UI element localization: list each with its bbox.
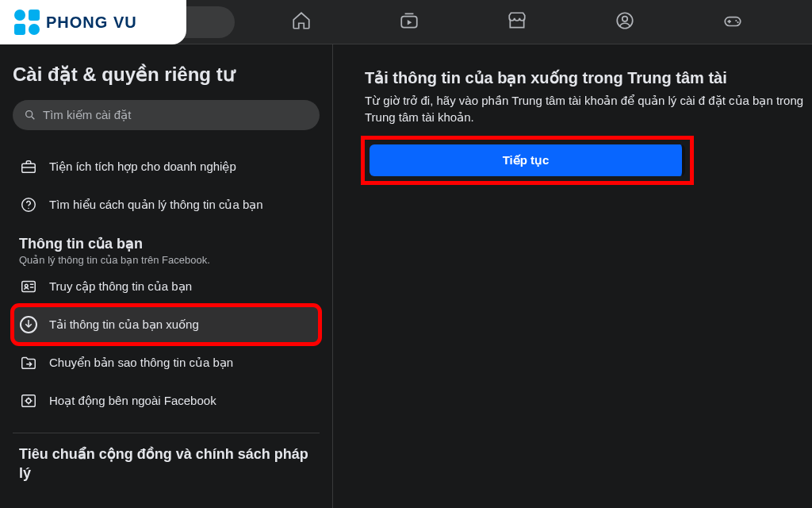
continue-button[interactable]: Tiếp tục [370,144,685,176]
top-tabs [235,6,799,39]
svg-rect-7 [22,164,36,172]
sidebar-section-your-info: Thông tin của bạn Quản lý thông tin của … [19,235,313,266]
groups-tab[interactable] [607,6,643,39]
brand-overlay: PHONG VU [0,0,186,44]
brand-logo-icon [14,10,40,35]
continue-highlight: Tiếp tục [365,140,690,181]
sidebar-item-learn-manage-info[interactable]: Tìm hiểu cách quản lý thông tin của bạn [13,186,320,224]
svg-rect-12 [22,395,36,407]
sidebar-title: Cài đặt & quyền riêng tư [13,64,320,86]
sidebar-item-label: Tìm hiểu cách quản lý thông tin của bạn [49,198,263,212]
home-tab[interactable] [283,6,320,39]
sidebar-item-access-info[interactable]: Truy cập thông tin của bạn [13,267,320,306]
svg-rect-10 [22,282,36,292]
marketplace-tab[interactable] [499,6,535,39]
sidebar-item-label: Tiện ích tích hợp cho doanh nghiệp [49,160,236,174]
sidebar-item-transfer-copy[interactable]: Chuyển bản sao thông tin của bạn [13,344,320,382]
svg-point-13 [26,398,31,403]
home-icon [291,10,312,31]
gaming-tab[interactable] [714,6,751,39]
svg-point-11 [25,284,28,287]
settings-search-placeholder: Tìm kiếm cài đặt [43,108,131,122]
main-description: Từ giờ trở đi, hãy vào phần Trung tâm tà… [365,92,809,125]
id-card-icon [20,278,37,295]
svg-point-6 [26,111,33,117]
svg-point-2 [622,16,628,21]
sidebar-item-download-info[interactable]: Tải thông tin của bạn xuống [13,306,320,344]
folder-arrow-icon [20,354,37,371]
svg-point-9 [28,208,29,209]
sidebar-item-label: Truy cập thông tin của bạn [49,279,192,294]
gaming-icon [722,10,743,31]
question-circle-icon [20,196,37,214]
search-icon [24,109,36,121]
main-title: Tải thông tin của bạn xuống trong Trung … [365,68,812,87]
section-subtitle: Quản lý thông tin của bạn trên Facebook. [19,254,313,266]
sidebar-section-community-standards: Tiêu chuẩn cộng đồng và chính sách pháp … [19,444,313,483]
divider [13,433,320,433]
settings-sidebar: Cài đặt & quyền riêng tư Tìm kiếm cài đặ… [0,44,333,508]
svg-rect-3 [725,17,741,25]
main-panel: Tải thông tin của bạn xuống trong Trung … [333,44,812,508]
sidebar-item-label: Tải thông tin của bạn xuống [49,318,199,332]
activity-icon [20,392,37,410]
marketplace-icon [507,10,527,31]
video-icon [399,10,419,31]
download-icon [20,316,37,333]
brand-name: PHONG VU [46,13,137,32]
video-tab[interactable] [391,6,427,39]
briefcase-icon [20,158,37,175]
section-title: Thông tin của bạn [19,235,313,252]
sidebar-item-label: Hoạt động bên ngoài Facebook [49,394,216,408]
svg-point-5 [737,21,738,23]
sidebar-item-label: Chuyển bản sao thông tin của bạn [49,356,233,370]
settings-search-input[interactable]: Tìm kiếm cài đặt [13,100,320,130]
groups-icon [615,10,635,31]
sidebar-item-off-facebook[interactable]: Hoạt động bên ngoài Facebook [13,382,320,420]
svg-point-4 [735,19,737,21]
sidebar-item-business-integrations[interactable]: Tiện ích tích hợp cho doanh nghiệp [13,148,320,186]
